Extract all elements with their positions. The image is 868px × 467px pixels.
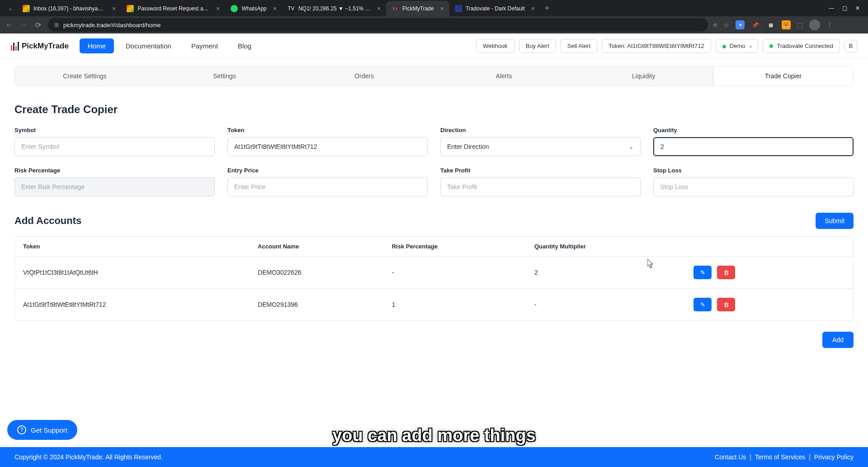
- nav-payment[interactable]: Payment: [183, 38, 226, 53]
- cell-account: DEMO291396: [250, 289, 384, 321]
- direction-placeholder: Enter Direction: [447, 143, 489, 150]
- browser-tab-active[interactable]: PickMyTrade ×: [386, 1, 449, 16]
- connection-label: Tradovate Connected: [777, 43, 833, 49]
- logo-icon: [11, 42, 19, 51]
- token-input[interactable]: [227, 137, 428, 156]
- cell-token: VtQtPt1tCt3t8t1tAtQtUt6tH: [15, 257, 250, 289]
- close-icon[interactable]: ×: [440, 5, 444, 12]
- main-content: Create Trade Copier Symbol Token Directi…: [0, 86, 868, 357]
- browser-tabs: Inbox (16,397) - bhavishyagoya × Passwor…: [17, 0, 540, 16]
- stop-loss-input[interactable]: [653, 177, 854, 196]
- tradovate-icon: [455, 5, 462, 12]
- cell-actions: ✎ 🗑: [685, 289, 853, 321]
- browser-tab[interactable]: Password Reset Request at Pick ×: [121, 1, 225, 16]
- browser-tab[interactable]: TV NQ1! 20,286.25 ▼ −1.51% Unn ×: [282, 1, 386, 16]
- nav-blog[interactable]: Blog: [230, 38, 259, 53]
- main-nav: Home Documentation Payment Blog: [80, 38, 259, 53]
- token-display: Token: At1tGt9tTt8tWtEt8tYtMtRt712: [602, 39, 711, 53]
- tab-title: Password Reset Request at Pick: [137, 5, 210, 12]
- extension-icon[interactable]: 🦊: [782, 20, 791, 29]
- tab-orders[interactable]: Orders: [294, 67, 434, 86]
- tab-title: PickMyTrade: [402, 5, 434, 12]
- edit-button[interactable]: ✎: [693, 266, 712, 279]
- sub-tabs: Create Settings Settings Orders Alerts L…: [14, 66, 854, 86]
- webhook-button[interactable]: Webhook: [476, 39, 514, 53]
- tab-trade-copier[interactable]: Trade Copier: [713, 66, 854, 86]
- trash-icon: 🗑: [723, 301, 729, 308]
- profile-avatar[interactable]: [809, 19, 820, 30]
- footer-privacy[interactable]: Privacy Policy: [814, 453, 854, 461]
- translate-icon[interactable]: ⎋: [713, 21, 717, 29]
- forward-button[interactable]: →: [19, 21, 28, 29]
- browser-tab[interactable]: Inbox (16,397) - bhavishyagoya ×: [17, 1, 121, 16]
- close-icon[interactable]: ×: [377, 5, 381, 12]
- separator: |: [809, 453, 811, 461]
- connection-badge: Tradovate Connected: [763, 39, 840, 53]
- close-window-icon[interactable]: ✕: [855, 5, 860, 11]
- tab-alerts[interactable]: Alerts: [434, 67, 574, 86]
- footer-terms[interactable]: Terms of Services: [755, 453, 805, 461]
- delete-button[interactable]: 🗑: [717, 298, 735, 311]
- nav-documentation[interactable]: Documentation: [118, 38, 179, 53]
- get-support-button[interactable]: ? Get Support: [7, 420, 77, 440]
- pickmytrade-icon: [392, 5, 399, 12]
- extensions-icon[interactable]: ⬚: [797, 21, 803, 29]
- logo[interactable]: PickMyTrade: [11, 42, 69, 51]
- direction-select[interactable]: Enter Direction ⌄: [440, 137, 641, 156]
- buy-alert-button[interactable]: Buy Alert: [519, 39, 556, 53]
- close-icon[interactable]: ×: [273, 5, 277, 12]
- tab-settings[interactable]: Settings: [155, 67, 294, 86]
- field-risk-percentage: Risk Percentage: [14, 167, 215, 196]
- demo-select[interactable]: Demo: [716, 39, 759, 53]
- quantity-label: Quantity: [653, 127, 854, 133]
- extension-icon[interactable]: ✦: [736, 20, 745, 29]
- back-button[interactable]: ←: [5, 21, 14, 29]
- submit-button[interactable]: Submit: [816, 213, 854, 229]
- take-profit-input[interactable]: [440, 177, 641, 196]
- extension-icon[interactable]: ▦: [766, 20, 775, 29]
- maximize-icon[interactable]: ▢: [842, 5, 847, 11]
- col-token: Token: [15, 237, 250, 257]
- reload-button[interactable]: ⟳: [33, 21, 42, 29]
- cell-token: At1tGt9tTt8tWtEt8tYtMtRt712: [15, 289, 250, 321]
- url-text: pickmytrade.trade/#/dashboard/home: [63, 22, 160, 29]
- user-badge[interactable]: B: [844, 40, 857, 52]
- col-qty-multiplier: Quantity Multiplier: [526, 237, 685, 257]
- cell-risk: -: [384, 257, 526, 289]
- extension-icon[interactable]: 📌: [751, 20, 760, 29]
- footer-contact[interactable]: Contact Us: [715, 453, 746, 461]
- tab-create-settings[interactable]: Create Settings: [15, 67, 155, 86]
- close-icon[interactable]: ×: [112, 5, 116, 12]
- risk-pct-input: [14, 177, 215, 196]
- field-direction: Direction Enter Direction ⌄: [440, 127, 641, 156]
- edit-button[interactable]: ✎: [693, 298, 712, 311]
- field-take-profit: Take Profit: [440, 167, 641, 196]
- minimize-icon[interactable]: —: [829, 5, 834, 11]
- symbol-label: Symbol: [14, 127, 215, 133]
- sub-tabs-container: Create Settings Settings Orders Alerts L…: [0, 59, 868, 86]
- toolbar-icons: ⎋ ☆ ✦ 📌 ▦ 🦊 ⬚ ⋮: [713, 19, 833, 30]
- add-button[interactable]: Add: [822, 332, 854, 348]
- tab-title: Inbox (16,397) - bhavishyagoya: [33, 5, 106, 12]
- browser-tab[interactable]: WhatsApp ×: [225, 1, 282, 16]
- quantity-input[interactable]: [653, 137, 854, 156]
- close-icon[interactable]: ×: [531, 5, 535, 12]
- app-header: PickMyTrade Home Documentation Payment B…: [0, 33, 868, 59]
- tab-liquidity[interactable]: Liquidity: [574, 67, 713, 86]
- address-bar[interactable]: ⊞ pickmytrade.trade/#/dashboard/home: [48, 18, 708, 32]
- site-info-icon[interactable]: ⊞: [54, 22, 59, 28]
- browser-tab[interactable]: Tradovate - Dark Default ×: [449, 1, 540, 16]
- sell-alert-button[interactable]: Sell Alert: [561, 39, 597, 53]
- delete-button[interactable]: 🗑: [717, 266, 735, 279]
- bookmark-icon[interactable]: ☆: [723, 21, 729, 29]
- tab-search-icon[interactable]: ⌄: [4, 5, 17, 11]
- browser-tab-strip: ⌄ Inbox (16,397) - bhavishyagoya × Passw…: [0, 0, 868, 16]
- new-tab-button[interactable]: +: [540, 4, 554, 13]
- copyright: Copyright © 2024 PickMyTrade. All Rights…: [14, 453, 163, 461]
- window-controls: — ▢ ✕: [829, 5, 864, 11]
- menu-icon[interactable]: ⋮: [826, 21, 833, 29]
- close-icon[interactable]: ×: [216, 5, 220, 12]
- nav-home[interactable]: Home: [80, 38, 114, 53]
- entry-price-input[interactable]: [227, 177, 428, 196]
- symbol-input[interactable]: [14, 137, 215, 156]
